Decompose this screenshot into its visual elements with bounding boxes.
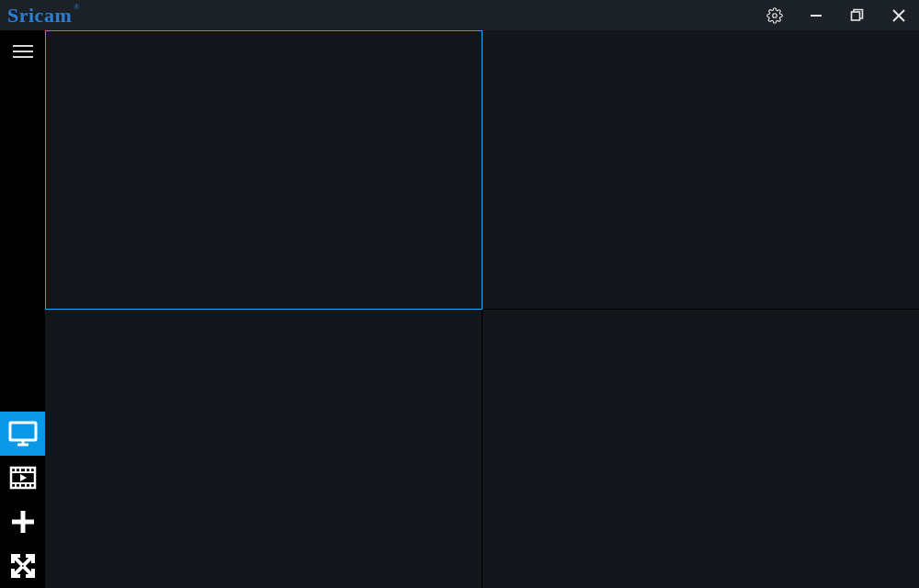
fullscreen-button[interactable] [0, 544, 45, 588]
svg-marker-22 [20, 474, 27, 481]
minimize-button[interactable] [795, 0, 836, 30]
brand-registered: ® [74, 2, 80, 11]
svg-rect-8 [10, 423, 36, 440]
svg-line-26 [25, 558, 31, 564]
close-button[interactable] [878, 0, 919, 30]
monitor-icon [8, 420, 38, 447]
minimize-icon [810, 9, 823, 22]
live-view-button[interactable] [0, 412, 45, 456]
plus-icon [9, 508, 37, 536]
titlebar: Sricam® [0, 0, 919, 30]
window-controls [754, 0, 919, 30]
svg-line-27 [25, 568, 31, 574]
svg-line-28 [15, 568, 21, 574]
video-cell-1[interactable] [45, 30, 482, 310]
video-cell-2[interactable] [482, 30, 920, 310]
sidebar [0, 30, 45, 588]
close-icon [892, 9, 905, 22]
hamburger-button[interactable] [0, 30, 45, 73]
main-area [0, 30, 919, 588]
brand-text: Sricam [7, 4, 72, 27]
fullscreen-icon [9, 552, 37, 580]
add-device-button[interactable] [0, 500, 45, 544]
maximize-icon [850, 8, 864, 22]
svg-rect-2 [852, 12, 860, 20]
hamburger-icon [13, 44, 33, 59]
app-logo: Sricam® [7, 4, 72, 28]
maximize-button[interactable] [836, 0, 878, 30]
settings-button[interactable] [754, 0, 795, 30]
video-cell-3[interactable] [45, 310, 482, 589]
svg-line-25 [15, 558, 21, 564]
svg-point-0 [772, 13, 777, 17]
video-grid [45, 30, 919, 588]
playback-button[interactable] [0, 456, 45, 500]
gear-icon [766, 7, 783, 24]
video-cell-4[interactable] [482, 310, 920, 589]
film-play-icon [9, 464, 37, 492]
